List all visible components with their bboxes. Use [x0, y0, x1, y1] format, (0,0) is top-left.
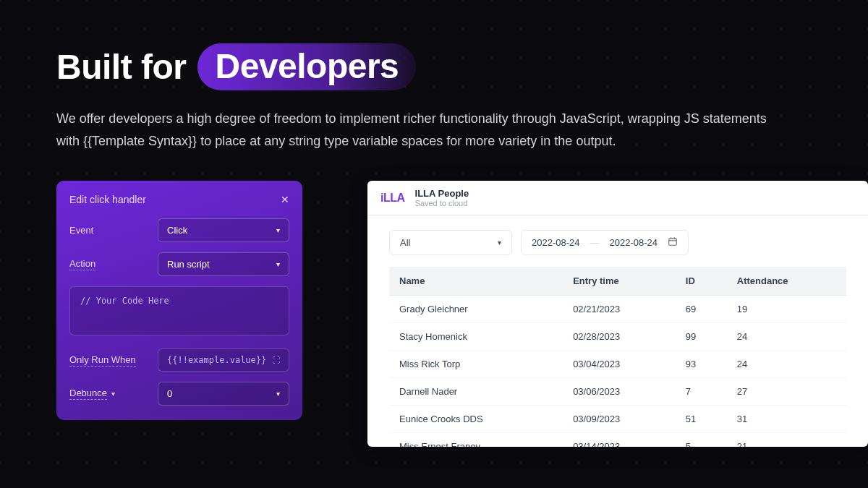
- table-cell: Stacy Homenick: [389, 323, 563, 351]
- col-attendance[interactable]: Attendance: [727, 267, 846, 296]
- table-cell: 03/06/2023: [563, 378, 676, 406]
- chevron-down-icon: ▾: [498, 239, 501, 247]
- filter-dropdown[interactable]: All ▾: [389, 230, 512, 255]
- table-cell: 02/21/2023: [563, 296, 676, 323]
- table-cell: 93: [676, 351, 727, 378]
- table-cell: Grady Gleichner: [389, 296, 563, 323]
- table-cell: 03/09/2023: [563, 406, 676, 433]
- app-subtitle: Saved to cloud: [415, 199, 469, 207]
- table-cell: 24: [727, 323, 846, 351]
- editor-title: Edit click handler: [69, 194, 146, 205]
- table-cell: 5: [676, 433, 727, 448]
- table-cell: 21: [727, 433, 846, 448]
- event-label: Event: [69, 225, 149, 236]
- close-icon[interactable]: ✕: [281, 194, 289, 205]
- only-run-when-value: {{!!example.value}}: [167, 355, 266, 365]
- col-id[interactable]: ID: [676, 267, 727, 296]
- action-select[interactable]: Run script ▾: [158, 252, 289, 276]
- table-row[interactable]: Miss Ernest Franey03/14/2023521: [389, 433, 846, 448]
- table-cell: 7: [676, 378, 727, 406]
- table-cell: Miss Rick Torp: [389, 351, 563, 378]
- date-range-picker[interactable]: 2022-08-24 — 2022-08-24: [521, 230, 689, 255]
- hero-title-prefix: Built for: [56, 47, 186, 87]
- svg-rect-0: [669, 239, 677, 245]
- event-select[interactable]: Click ▾: [158, 218, 289, 242]
- hero-description: We offer developers a high degree of fre…: [56, 108, 780, 152]
- col-entry[interactable]: Entry time: [563, 267, 676, 296]
- table-cell: 31: [727, 406, 846, 433]
- table-cell: 19: [727, 296, 846, 323]
- table-row[interactable]: Grady Gleichner02/21/20236919: [389, 296, 846, 323]
- code-placeholder: // Your Code Here: [80, 296, 169, 306]
- table-row[interactable]: Stacy Homenick02/28/20239924: [389, 323, 846, 351]
- date-separator: —: [590, 237, 600, 248]
- calendar-icon: [668, 236, 678, 249]
- click-handler-editor: Edit click handler ✕ Event Click ▾ Actio…: [56, 181, 302, 420]
- action-label: Action: [69, 258, 149, 270]
- chevron-down-icon: ▾: [111, 390, 115, 398]
- table-cell: 24: [727, 351, 846, 378]
- chevron-down-icon: ▾: [276, 226, 280, 234]
- hero-title-pill: Developers: [197, 43, 416, 90]
- action-value: Run script: [167, 259, 210, 270]
- app-title: ILLA People: [415, 188, 469, 199]
- table-cell: 51: [676, 406, 727, 433]
- debounce-value: 0: [167, 388, 172, 399]
- app-preview: iLLA ILLA People Saved to cloud All ▾ 20…: [367, 181, 868, 447]
- table-row[interactable]: Darnell Nader03/06/2023727: [389, 378, 846, 406]
- chevron-down-icon: ▾: [276, 260, 280, 268]
- table-cell: 99: [676, 323, 727, 351]
- table-cell: 03/14/2023: [563, 433, 676, 448]
- date-to: 2022-08-24: [610, 237, 658, 248]
- table-cell: Eunice Crooks DDS: [389, 406, 563, 433]
- table-cell: 69: [676, 296, 727, 323]
- hero-title: Built for Developers: [56, 43, 812, 90]
- table-cell: 02/28/2023: [563, 323, 676, 351]
- app-logo: iLLA: [380, 192, 405, 205]
- only-run-when-input[interactable]: {{!!example.value}} ⛶: [158, 348, 289, 372]
- table-row[interactable]: Eunice Crooks DDS03/09/20235131: [389, 406, 846, 433]
- debounce-label[interactable]: Debunce ▾: [69, 388, 149, 400]
- event-value: Click: [167, 225, 187, 236]
- chevron-down-icon: ▾: [276, 390, 280, 398]
- data-table: Name Entry time ID Attendance Grady Glei…: [389, 267, 846, 447]
- code-editor[interactable]: // Your Code Here: [69, 286, 289, 335]
- date-from: 2022-08-24: [532, 237, 580, 248]
- table-row[interactable]: Miss Rick Torp03/04/20239324: [389, 351, 846, 378]
- table-cell: Miss Ernest Franey: [389, 433, 563, 448]
- table-cell: Darnell Nader: [389, 378, 563, 406]
- table-cell: 27: [727, 378, 846, 406]
- col-name[interactable]: Name: [389, 267, 563, 296]
- debounce-select[interactable]: 0 ▾: [158, 382, 289, 406]
- table-cell: 03/04/2023: [563, 351, 676, 378]
- expand-icon[interactable]: ⛶: [272, 356, 280, 365]
- only-run-when-label: Only Run When: [69, 354, 149, 367]
